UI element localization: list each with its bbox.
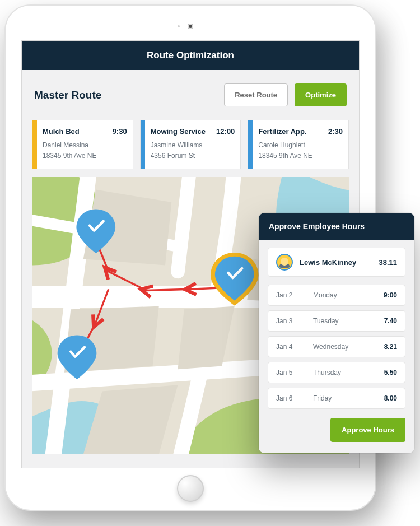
stop-address: 18345 9th Ave NE	[258, 151, 343, 161]
stop-time: 12:00	[216, 127, 235, 136]
day-date: Jan 2	[276, 291, 309, 299]
stop-customer: Jasmine Williams	[151, 140, 235, 151]
stop-name: Mowing Service	[151, 127, 206, 136]
stop-color-bar	[248, 120, 253, 169]
route-stop-card[interactable]: Mowing Service 12:00 Jasmine Williams 43…	[140, 120, 241, 169]
employee-total-hours: 38.11	[379, 258, 397, 267]
stop-address: 18345 9th Ave NE	[43, 151, 127, 161]
day-name: Tuesday	[313, 317, 380, 325]
stop-name: Mulch Bed	[43, 127, 80, 136]
app-header: Route Optimization	[22, 41, 359, 70]
route-title-row: Master Route Reset Route Optimize	[32, 83, 349, 106]
route-stops-row: Mulch Bed 9:30 Daniel Messina 18345 9th …	[32, 120, 349, 169]
hours-day-row[interactable]: Jan 6 Friday 8.00	[268, 388, 405, 409]
employee-summary-row[interactable]: Lewis McKinney 38.11	[268, 248, 405, 277]
approve-hours-panel: Approve Employee Hours Lewis McKinney 38…	[259, 213, 414, 453]
stop-name: Fertilizer App.	[258, 127, 306, 136]
day-name: Monday	[313, 291, 379, 299]
approve-hours-button[interactable]: Approve Hours	[330, 418, 405, 442]
day-name: Thursday	[313, 369, 380, 376]
day-date: Jan 3	[276, 317, 309, 325]
reset-route-button[interactable]: Reset Route	[224, 83, 288, 106]
day-date: Jan 5	[276, 369, 309, 376]
day-date: Jan 4	[276, 343, 309, 351]
day-hours: 5.50	[384, 369, 397, 376]
day-hours: 9:00	[384, 291, 397, 299]
day-hours: 7.40	[384, 317, 397, 325]
employee-name: Lewis McKinney	[300, 258, 372, 267]
stop-color-bar	[141, 120, 145, 169]
stop-color-bar	[32, 120, 37, 169]
home-button[interactable]	[177, 475, 204, 502]
day-name: Friday	[313, 394, 380, 402]
day-date: Jan 6	[276, 394, 309, 402]
day-hours: 8.21	[384, 343, 397, 351]
stop-address: 4356 Forum St	[151, 151, 235, 161]
stop-time: 9:30	[113, 127, 127, 136]
stop-customer: Daniel Messina	[43, 140, 127, 151]
day-hours: 8.00	[384, 394, 397, 402]
route-stop-card[interactable]: Fertilizer App. 2:30 Carole Hughlett 183…	[248, 120, 349, 169]
hours-day-row[interactable]: Jan 4 Wednesday 8.21	[268, 336, 405, 357]
route-title: Master Route	[34, 89, 217, 101]
avatar-icon	[276, 254, 293, 271]
hours-day-row[interactable]: Jan 5 Thursday 5.50	[268, 362, 405, 383]
front-camera-icon	[188, 24, 193, 29]
day-name: Wednesday	[313, 343, 380, 351]
route-stop-card[interactable]: Mulch Bed 9:30 Daniel Messina 18345 9th …	[32, 120, 133, 169]
optimize-button[interactable]: Optimize	[295, 83, 347, 106]
stop-time: 2:30	[328, 127, 343, 136]
hours-day-row[interactable]: Jan 3 Tuesday 7.40	[268, 310, 405, 332]
hours-day-row[interactable]: Jan 2 Monday 9:00	[268, 285, 405, 306]
panel-title: Approve Employee Hours	[259, 213, 414, 240]
stop-customer: Carole Hughlett	[258, 140, 343, 151]
